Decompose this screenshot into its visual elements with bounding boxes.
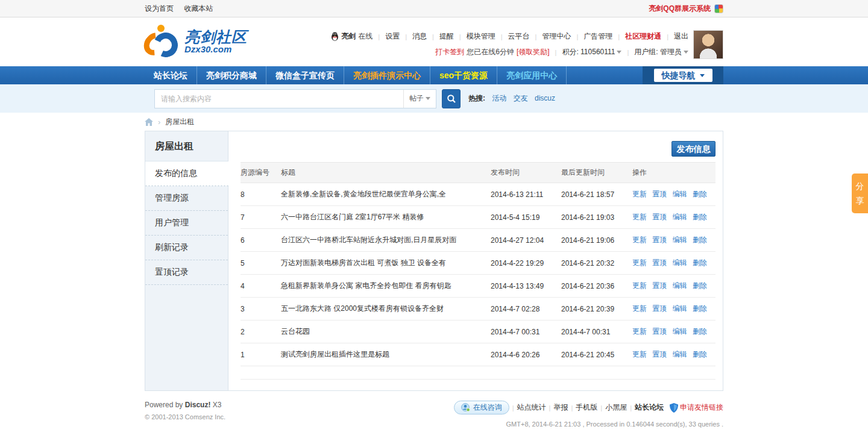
update-action-link[interactable]: 更新 [632, 190, 647, 198]
edit-action-link[interactable]: 编辑 [673, 281, 687, 290]
qq-penguin-icon [331, 32, 339, 41]
delete-action-link[interactable]: 删除 [693, 190, 707, 198]
edit-action-link[interactable]: 编辑 [673, 350, 687, 358]
listing-title-link[interactable]: 台江区六一中路桥北车站附近永升城对面,日月星辰对面 [281, 236, 456, 244]
bookmark-link[interactable]: 收藏本站 [184, 4, 213, 13]
update-time: 2014-6-21 19:06 [561, 229, 632, 252]
username-link[interactable]: 亮剑 [341, 31, 356, 42]
pin-action-link[interactable]: 置顶 [652, 236, 667, 244]
listing-title-link[interactable]: 云台花园 [281, 327, 310, 336]
settings-link[interactable]: 设置 [385, 31, 400, 42]
delete-action-link[interactable]: 删除 [693, 281, 707, 290]
sidebar-item-published-info[interactable]: 发布的信息 [145, 161, 228, 186]
update-action-link[interactable]: 更新 [632, 236, 647, 244]
nav-item-wechat-box[interactable]: 微信盒子宣传页 [266, 66, 344, 84]
edit-action-link[interactable]: 编辑 [673, 236, 687, 244]
table-row: 4 急租新界新装单身公寓 家电齐全拎包即住 看房有钥匙 2014-4-13 13… [241, 275, 715, 298]
reminders-link[interactable]: 提醒 [439, 31, 454, 42]
update-action-link[interactable]: 更新 [632, 304, 647, 313]
share-tab[interactable]: 分享 [852, 174, 868, 213]
usergroup-dropdown[interactable]: 用户组: 管理员 [634, 47, 688, 57]
online-service-icon [461, 403, 470, 412]
edit-action-link[interactable]: 编辑 [673, 327, 687, 336]
claim-reward-link[interactable]: [领取奖励] [517, 47, 550, 57]
module-admin-link[interactable]: 模块管理 [467, 31, 495, 42]
logout-link[interactable]: 退出 [674, 31, 688, 42]
table-bottom-line [241, 366, 715, 380]
nav-item-seo-resources[interactable]: seo干货资源 [430, 66, 497, 84]
report-link[interactable]: 举报 [553, 402, 568, 413]
listing-title-link[interactable]: 测试亮剑房屋出租插件这里是标题 [281, 350, 389, 358]
breadcrumb-current: 房屋出租 [165, 117, 194, 127]
pin-action-link[interactable]: 置顶 [652, 281, 667, 290]
hot-link-activity[interactable]: 活动 [492, 94, 506, 102]
nav-item-credit-mall[interactable]: 亮剑积分商城 [197, 66, 266, 84]
header: 亮剑社区 Dzx30.com 亮剑 在线 设置 消息 提醒 [0, 17, 868, 66]
friend-link-request[interactable]: 申请友情链接 [670, 402, 723, 413]
nav-item-forum[interactable]: 站长论坛 [145, 66, 197, 84]
publish-time: 2014-5-4 15:19 [491, 206, 561, 229]
update-action-link[interactable]: 更新 [632, 281, 647, 290]
edit-action-link[interactable]: 编辑 [673, 304, 687, 313]
promo-link[interactable]: 亮剑QQ群展示系统 [649, 0, 711, 17]
quick-nav-button[interactable]: 快捷导航 [643, 66, 723, 84]
search-input[interactable] [155, 90, 403, 108]
edit-action-link[interactable]: 编辑 [673, 258, 687, 267]
finance-link[interactable]: 社区理财通 [625, 31, 661, 42]
delete-action-link[interactable]: 删除 [693, 304, 707, 313]
pin-action-link[interactable]: 置顶 [652, 258, 667, 267]
delete-action-link[interactable]: 删除 [693, 258, 707, 267]
delete-action-link[interactable]: 删除 [693, 213, 707, 221]
update-action-link[interactable]: 更新 [632, 213, 647, 221]
listing-title-link[interactable]: 全新装修,全新设备,黄金地段世纪最便宜单身公寓,全 [281, 190, 446, 198]
listing-title-link[interactable]: 万达对面新装电梯房首次出租 可煮饭 独卫 设备全有 [281, 258, 446, 267]
nav-item-app-center[interactable]: 亮剑应用中心 [497, 66, 567, 84]
discuz-link[interactable]: Discuz! [185, 401, 211, 409]
site-logo[interactable]: 亮剑社区 Dzx30.com [145, 25, 247, 58]
home-icon[interactable] [145, 118, 153, 126]
ad-admin-link[interactable]: 广告管理 [583, 31, 612, 42]
delete-action-link[interactable]: 删除 [693, 350, 707, 358]
search-type-dropdown[interactable]: 帖子 [403, 90, 436, 108]
hot-link-friends[interactable]: 交友 [514, 94, 528, 102]
webmaster-forum-link[interactable]: 站长论坛 [635, 402, 664, 413]
mobile-version-link[interactable]: 手机版 [576, 402, 597, 413]
online-service-button[interactable]: 在线咨询 [454, 401, 509, 414]
pin-action-link[interactable]: 置顶 [652, 327, 667, 336]
avatar[interactable] [693, 30, 723, 59]
update-action-link[interactable]: 更新 [632, 258, 647, 267]
breadcrumb: 房屋出租 [145, 113, 723, 131]
sidebar-item-refresh-log[interactable]: 刷新记录 [145, 236, 228, 260]
update-action-link[interactable]: 更新 [632, 350, 647, 358]
edit-action-link[interactable]: 编辑 [673, 190, 687, 198]
pin-action-link[interactable]: 置顶 [652, 190, 667, 198]
pin-action-link[interactable]: 置顶 [652, 304, 667, 313]
sidebar-item-pin-log[interactable]: 置顶记录 [145, 260, 228, 285]
copyright: © 2001-2013 Comsenz Inc. [145, 413, 225, 421]
publish-info-button[interactable]: 发布信息 [671, 141, 715, 157]
sidebar-item-manage-listings[interactable]: 管理房源 [145, 186, 228, 211]
admin-center-link[interactable]: 管理中心 [542, 31, 571, 42]
delete-action-link[interactable]: 删除 [693, 236, 707, 244]
delete-action-link[interactable]: 删除 [693, 327, 707, 336]
hot-link-discuz[interactable]: discuz [535, 94, 555, 102]
edit-action-link[interactable]: 编辑 [673, 213, 687, 221]
set-home-link[interactable]: 设为首页 [145, 4, 174, 13]
colorful-app-icon[interactable] [714, 4, 723, 13]
site-stats-link[interactable]: 站点统计 [517, 402, 546, 413]
nav-item-plugin-demo[interactable]: 亮剑插件演示中心 [344, 66, 430, 84]
listing-id: 2 [241, 320, 281, 343]
banned-room-link[interactable]: 小黑屋 [605, 402, 627, 413]
checkin-link[interactable]: 打卡签到 [435, 47, 464, 57]
listing-title-link[interactable]: 五一北路东大路 仅2000复式楼看房有锁设备齐全财 [281, 304, 444, 313]
sidebar-item-user-management[interactable]: 用户管理 [145, 211, 228, 236]
cloud-platform-link[interactable]: 云平台 [508, 31, 530, 42]
messages-link[interactable]: 消息 [412, 31, 427, 42]
pin-action-link[interactable]: 置顶 [652, 213, 667, 221]
pin-action-link[interactable]: 置顶 [652, 350, 667, 358]
update-action-link[interactable]: 更新 [632, 327, 647, 336]
search-button[interactable] [442, 89, 461, 108]
listing-title-link[interactable]: 六一中路台江区名门庭 2室1厅67平米 精装修 [281, 213, 424, 221]
credits-dropdown[interactable]: 积分: 110560111 [562, 47, 621, 57]
listing-title-link[interactable]: 急租新界新装单身公寓 家电齐全拎包即住 看房有钥匙 [281, 281, 451, 290]
